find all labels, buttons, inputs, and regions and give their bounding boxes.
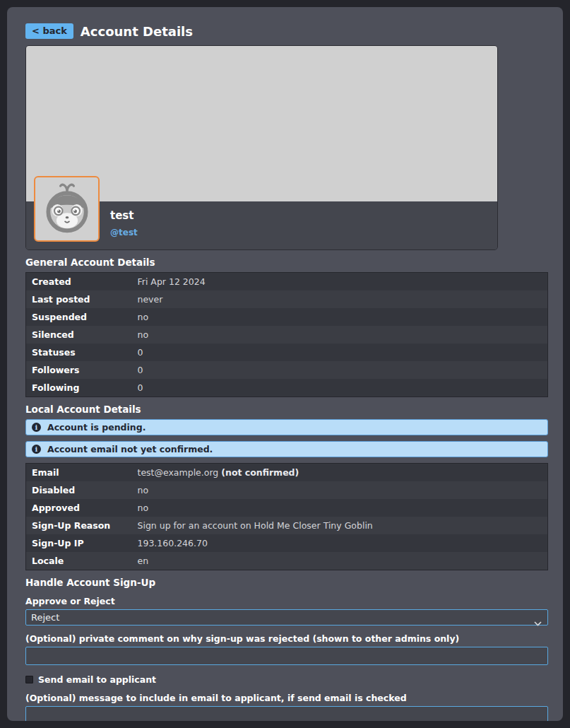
notice-text: Account is pending. [47,422,146,433]
account-details-panel: < back Account Details [7,7,563,721]
send-email-label: Send email to applicant [38,674,156,685]
row-label: Following [26,379,132,397]
local-details-table: Emailtest@example.org (not confirmed)Dis… [25,463,548,570]
row-label: Suspended [26,308,132,326]
email-message-input[interactable] [25,706,548,721]
email-message-label: (Optional) message to include in email t… [25,693,548,703]
row-value: no [132,326,548,344]
row-value: Fri Apr 12 2024 [132,273,548,291]
avatar [34,176,100,242]
title-row: < back Account Details [25,23,548,39]
row-value: en [132,552,548,570]
notice-text: Account email not yet confirmed. [47,444,213,454]
private-comment-label: (Optional) private comment on why sign-u… [25,633,548,644]
table-row: Following0 [26,379,548,397]
info-banner: iAccount email not yet confirmed. [25,441,548,457]
row-label: Sign-Up Reason [26,517,132,534]
back-button[interactable]: < back [25,23,73,39]
handle-signup-heading: Handle Account Sign-Up [25,577,548,588]
table-row: CreatedFri Apr 12 2024 [26,273,548,291]
approve-reject-label: Approve or Reject [25,596,548,606]
row-label: Followers [26,361,132,379]
row-label: Locale [26,552,132,570]
page-title: Account Details [81,24,193,39]
info-icon: i [32,445,41,454]
row-label: Statuses [26,344,132,361]
row-value: no [132,481,548,499]
table-row: Statuses0 [26,344,548,361]
row-value: 0 [132,344,548,361]
display-name: test [110,209,497,222]
row-label: Email [26,464,132,482]
row-value: no [132,308,548,326]
profile-card-body: test @test [26,201,497,249]
send-email-checkbox[interactable] [25,676,33,683]
table-row: Suspendedno [26,308,548,326]
row-label: Created [26,273,132,291]
row-label: Last posted [26,290,132,308]
table-row: Emailtest@example.org (not confirmed) [26,464,548,482]
table-row: Last postednever [26,290,548,308]
private-comment-input[interactable] [25,647,548,665]
info-banner: iAccount is pending. [25,419,548,435]
table-row: Disabledno [26,481,548,499]
row-label: Sign-Up IP [26,534,132,552]
table-row: Sign-Up ReasonSign up for an account on … [26,517,548,534]
row-value: 193.160.246.70 [132,534,548,552]
info-icon: i [32,423,41,432]
approve-reject-select-wrap: Reject [25,609,548,626]
table-row: Approvedno [26,499,548,517]
table-row: Sign-Up IP193.160.246.70 [26,534,548,552]
table-row: Followers0 [26,361,548,379]
row-value: never [132,290,548,308]
table-row: Silencedno [26,326,548,344]
row-value: Sign up for an account on Hold Me Closer… [132,517,548,534]
row-label: Disabled [26,481,132,499]
row-value: 0 [132,361,548,379]
row-label: Approved [26,499,132,517]
row-label: Silenced [26,326,132,344]
notice-list: iAccount is pending.iAccount email not y… [25,419,548,457]
row-value: 0 [132,379,548,397]
account-handle[interactable]: @test [110,228,497,237]
row-value: no [132,499,548,517]
sloth-mascot-icon [42,182,93,236]
approve-reject-select[interactable]: Reject [25,609,548,626]
general-details-heading: General Account Details [25,257,548,268]
send-email-row: Send email to applicant [25,674,548,685]
local-details-heading: Local Account Details [25,404,548,415]
profile-card: test @test [25,45,498,250]
table-row: Localeen [26,552,548,570]
general-details-table: CreatedFri Apr 12 2024Last postedneverSu… [25,272,548,397]
row-value: test@example.org (not confirmed) [132,464,548,482]
